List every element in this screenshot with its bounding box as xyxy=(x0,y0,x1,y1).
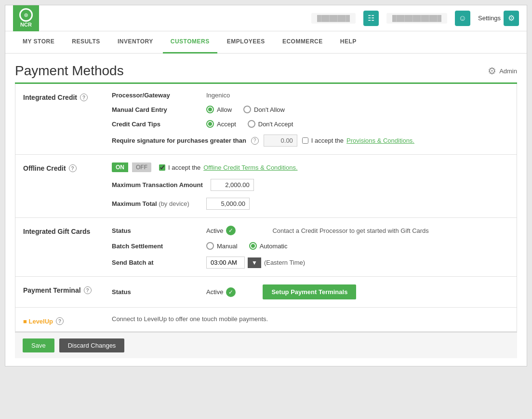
levelup-content: Connect to LevelUp to offer one touch mo… xyxy=(112,315,517,323)
levelup-label: ■ LevelUp ? xyxy=(15,315,112,325)
offline-credit-content: ON OFF I accept the Offline Credit Terms… xyxy=(112,162,517,210)
manual-card-label: Manual Card Entry xyxy=(112,106,199,113)
dont-allow-option[interactable]: Don't Allow xyxy=(243,106,285,113)
dont-accept-label: Don't Accept xyxy=(258,121,293,128)
payment-terminal-label: Payment Terminal ? xyxy=(15,284,112,294)
offline-credit-section: Offline Credit ? ON OFF I accept the Off… xyxy=(15,155,517,218)
ncr-logo: ◎ NCR xyxy=(13,5,39,31)
automatic-batch-radio[interactable] xyxy=(249,242,257,250)
payment-terminal-help-icon[interactable]: ? xyxy=(84,286,92,294)
processor-row: Processor/Gateway Ingenico xyxy=(112,92,517,99)
admin-badge: ⚙ Admin xyxy=(488,65,517,77)
allow-option[interactable]: Allow xyxy=(206,106,232,113)
payment-terminal-content: Status Active ✓ Setup Payment Terminals xyxy=(112,284,517,299)
automatic-batch-label: Automatic xyxy=(260,243,288,250)
logo-text: NCR xyxy=(20,22,32,28)
store-display: ████████████ xyxy=(386,13,447,24)
toggle-on-btn[interactable]: ON xyxy=(112,162,128,172)
signature-row: Require signature for purchases greater … xyxy=(112,135,517,147)
nav-results[interactable]: RESULTS xyxy=(64,31,108,54)
send-batch-dropdown-btn[interactable]: ▼ xyxy=(248,257,261,268)
send-batch-time-input[interactable] xyxy=(206,257,245,269)
manual-batch-option[interactable]: Manual xyxy=(206,242,238,250)
max-total-sub: (by device) xyxy=(159,200,189,207)
dont-allow-label: Don't Allow xyxy=(254,106,285,113)
page-header: Payment Methods ⚙ Admin xyxy=(15,63,517,79)
user-display: ████████ xyxy=(311,13,356,24)
dont-allow-radio[interactable] xyxy=(243,106,251,113)
signature-input[interactable] xyxy=(264,135,297,147)
integrated-credit-section: Integrated Credit ? Processor/Gateway In… xyxy=(15,84,517,155)
manual-batch-label: Manual xyxy=(217,243,238,250)
admin-gear-icon: ⚙ xyxy=(488,65,496,77)
offline-terms-link[interactable]: Offline Credit Terms & Conditions. xyxy=(203,164,297,171)
accept-option[interactable]: Accept xyxy=(206,120,236,128)
provisions-checkbox[interactable] xyxy=(302,137,308,144)
max-transaction-input[interactable] xyxy=(211,179,254,191)
levelup-section: ■ LevelUp ? Connect to LevelUp to offer … xyxy=(15,308,517,332)
accept-radio[interactable] xyxy=(206,120,214,128)
bottom-action-bar: Save Discard Changes xyxy=(15,332,517,358)
dont-accept-radio[interactable] xyxy=(248,120,255,128)
nav-my-store[interactable]: MY STORE xyxy=(15,31,62,54)
settings-nav[interactable]: Settings ⚙ xyxy=(478,11,519,26)
user-icon[interactable]: ☺ xyxy=(455,11,470,26)
nav-employees[interactable]: EMPLOYEES xyxy=(219,31,273,54)
gift-cards-section: Integrated Gift Cards Status Active ✓ Co… xyxy=(15,218,517,277)
logo-circle: ◎ xyxy=(19,8,33,22)
send-batch-time-group: ▼ (Eastern Time) xyxy=(206,257,305,269)
nav-customers[interactable]: CUSTOMERS xyxy=(163,31,217,54)
signature-help-icon[interactable]: ? xyxy=(251,137,259,145)
levelup-help-icon[interactable]: ? xyxy=(56,317,64,325)
offline-toggle-row: ON OFF I accept the Offline Credit Terms… xyxy=(112,162,517,172)
processor-value: Ingenico xyxy=(206,92,230,99)
save-button[interactable]: Save xyxy=(23,338,54,352)
settings-label: Settings xyxy=(478,14,501,22)
settings-gear-icon[interactable]: ⚙ xyxy=(504,11,519,26)
integrated-credit-label: Integrated Credit ? xyxy=(15,92,112,101)
terminal-status-label: Status xyxy=(112,288,199,296)
gift-status-row: Status Active ✓ Contact a Credit Process… xyxy=(112,226,517,235)
offline-terms-group: I accept the Offline Credit Terms & Cond… xyxy=(159,164,298,171)
allow-label: Allow xyxy=(217,106,232,113)
max-total-input[interactable] xyxy=(206,198,250,210)
payment-terminal-section: Payment Terminal ? Status Active ✓ Setup… xyxy=(15,277,517,308)
top-bar: ◎ NCR ████████ ☷ ████████████ ☺ Settings… xyxy=(5,5,527,31)
allow-radio[interactable] xyxy=(206,106,214,113)
offline-terms-checkbox[interactable] xyxy=(159,164,165,171)
send-batch-label: Send Batch at xyxy=(112,259,199,266)
gift-status-label: Status xyxy=(112,227,199,234)
content-area: Integrated Credit ? Processor/Gateway In… xyxy=(15,84,517,332)
max-total-label: Maximum Total (by device) xyxy=(112,200,199,207)
gift-status-value: Active ✓ xyxy=(206,226,236,235)
store-icon[interactable]: ☷ xyxy=(363,11,379,26)
toggle-off-btn[interactable]: OFF xyxy=(132,162,151,172)
gift-cards-label: Integrated Gift Cards xyxy=(15,226,112,235)
levelup-desc-row: Connect to LevelUp to offer one touch mo… xyxy=(112,315,517,323)
nav-inventory[interactable]: INVENTORY xyxy=(110,31,161,54)
max-transaction-label: Maximum Transaction Amount xyxy=(112,181,203,189)
offline-credit-help-icon[interactable]: ? xyxy=(69,164,77,172)
gift-cards-content: Status Active ✓ Contact a Credit Process… xyxy=(112,226,517,269)
admin-label: Admin xyxy=(499,68,517,75)
manual-batch-radio[interactable] xyxy=(206,242,214,250)
manual-card-options: Allow Don't Allow xyxy=(206,106,285,113)
max-total-row: Maximum Total (by device) xyxy=(112,198,517,210)
processor-label: Processor/Gateway xyxy=(112,92,199,99)
nav-help[interactable]: HELP xyxy=(332,31,364,54)
dont-accept-option[interactable]: Don't Accept xyxy=(248,120,293,128)
setup-payment-terminals-btn[interactable]: Setup Payment Terminals xyxy=(263,284,356,299)
automatic-batch-option[interactable]: Automatic xyxy=(249,242,288,250)
discard-changes-button[interactable]: Discard Changes xyxy=(59,338,125,352)
send-batch-row: Send Batch at ▼ (Eastern Time) xyxy=(112,257,517,269)
max-transaction-row: Maximum Transaction Amount xyxy=(112,179,517,191)
provisions-link[interactable]: Provisions & Conditions. xyxy=(346,137,414,144)
integrated-credit-help-icon[interactable]: ? xyxy=(80,94,88,101)
terminal-status-row: Status Active ✓ Setup Payment Terminals xyxy=(112,284,517,299)
gift-contact-text: Contact a Credit Processor to get starte… xyxy=(272,227,428,234)
batch-label: Batch Settlement xyxy=(112,243,199,250)
gift-active-check: ✓ xyxy=(226,226,236,235)
batch-row: Batch Settlement Manual Automatic xyxy=(112,242,517,250)
nav-ecommerce[interactable]: ECOMMERCE xyxy=(275,31,331,54)
provisions-text: I accept the xyxy=(311,137,344,144)
